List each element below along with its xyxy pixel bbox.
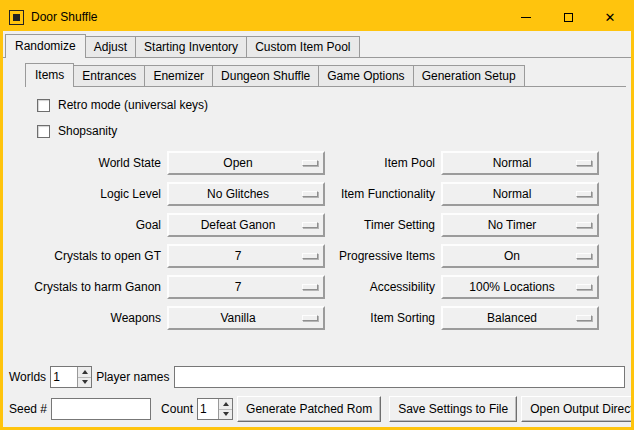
inner-tabstrip: Items Entrances Enemizer Dungeon Shuffle… <box>25 62 626 87</box>
accessibility-dropdown[interactable]: 100% Locations <box>441 275 599 299</box>
shopsanity-label: Shopsanity <box>58 124 117 138</box>
crystals-harm-ganon-dropdown[interactable]: 7 <box>167 275 325 299</box>
dropdown-indicator-icon <box>302 222 318 228</box>
maximize-button[interactable] <box>547 3 589 31</box>
logic-level-dropdown[interactable]: No Glitches <box>167 182 325 206</box>
app-icon <box>9 10 24 25</box>
dropdown-indicator-icon <box>576 315 592 321</box>
dropdown-indicator-icon <box>302 315 318 321</box>
form-row: Weapons Vanilla Item Sorting Balanced <box>11 306 631 330</box>
dropdown-value: Vanilla <box>220 311 271 325</box>
progressive-items-dropdown[interactable]: On <box>441 244 599 268</box>
dropdown-value: 7 <box>235 249 258 263</box>
weapons-dropdown[interactable]: Vanilla <box>167 306 325 330</box>
dropdown-indicator-icon <box>576 284 592 290</box>
seed-label: Seed # <box>9 402 47 416</box>
spinner-arrows <box>77 367 91 387</box>
dropdown-value: Normal <box>493 156 548 170</box>
minimize-button[interactable] <box>505 3 547 31</box>
generate-patched-rom-button[interactable]: Generate Patched Rom <box>237 396 381 422</box>
dropdown-indicator-icon <box>576 222 592 228</box>
dropdown-value: Balanced <box>487 311 553 325</box>
worlds-spinner[interactable] <box>50 366 92 388</box>
logic-level-label: Logic Level <box>11 187 161 201</box>
form-row: Goal Defeat Ganon Timer Setting No Timer <box>11 213 631 237</box>
form-row: Crystals to open GT 7 Progressive Items … <box>11 244 631 268</box>
weapons-label: Weapons <box>11 311 161 325</box>
timer-setting-dropdown[interactable]: No Timer <box>441 213 599 237</box>
dropdown-indicator-icon <box>302 253 318 259</box>
app-window: Door Shuffle ✕ Randomize Adjust Starting… <box>0 0 634 430</box>
tab-randomize[interactable]: Randomize <box>5 34 86 58</box>
titlebar: Door Shuffle ✕ <box>3 3 631 31</box>
progressive-items-label: Progressive Items <box>331 249 435 263</box>
dropdown-indicator-icon <box>302 191 318 197</box>
open-output-directory-button[interactable]: Open Output Directory <box>521 396 631 422</box>
tab-dungeon-shuffle[interactable]: Dungeon Shuffle <box>212 65 319 86</box>
item-pool-dropdown[interactable]: Normal <box>441 151 599 175</box>
worlds-label: Worlds <box>9 370 46 384</box>
player-names-input[interactable] <box>174 366 626 388</box>
tab-generation-setup[interactable]: Generation Setup <box>413 65 525 86</box>
tab-entrances[interactable]: Entrances <box>73 65 145 86</box>
spinner-arrows <box>218 399 232 419</box>
item-functionality-dropdown[interactable]: Normal <box>441 182 599 206</box>
dropdown-indicator-icon <box>302 160 318 166</box>
crystals-harm-ganon-label: Crystals to harm Ganon <box>11 280 161 294</box>
worlds-input[interactable] <box>51 367 77 387</box>
dropdown-value: No Timer <box>488 218 553 232</box>
retro-mode-checkbox[interactable] <box>37 99 50 112</box>
dropdown-value: 100% Locations <box>469 280 570 294</box>
count-spinner[interactable] <box>197 398 233 420</box>
tab-custom-item-pool[interactable]: Custom Item Pool <box>246 36 359 57</box>
timer-setting-label: Timer Setting <box>331 218 435 232</box>
shopsanity-checkbox[interactable] <box>37 125 50 138</box>
tab-starting-inventory[interactable]: Starting Inventory <box>135 36 247 57</box>
crystals-open-gt-label: Crystals to open GT <box>11 249 161 263</box>
options-form: World State Open Item Pool Normal Logic … <box>11 151 631 330</box>
world-state-dropdown[interactable]: Open <box>167 151 325 175</box>
close-button[interactable]: ✕ <box>589 3 631 31</box>
goal-dropdown[interactable]: Defeat Ganon <box>167 213 325 237</box>
item-sorting-label: Item Sorting <box>331 311 435 325</box>
bottom-controls: Worlds Player names Seed # Count <box>9 366 625 422</box>
world-state-label: World State <box>11 156 161 170</box>
minimize-icon <box>521 17 531 18</box>
dropdown-value: On <box>504 249 536 263</box>
item-pool-label: Item Pool <box>331 156 435 170</box>
spinner-up-icon[interactable] <box>78 367 91 377</box>
window-title: Door Shuffle <box>31 10 98 24</box>
retro-mode-label: Retro mode (universal keys) <box>58 98 208 112</box>
spinner-up-icon[interactable] <box>219 399 232 409</box>
tab-enemizer[interactable]: Enemizer <box>144 65 213 86</box>
seed-row: Seed # Count Generate Patched Rom Save S… <box>9 396 625 422</box>
spinner-down-icon[interactable] <box>219 409 232 420</box>
dropdown-indicator-icon <box>302 284 318 290</box>
dropdown-indicator-icon <box>576 253 592 259</box>
accessibility-label: Accessibility <box>331 280 435 294</box>
window-content: Randomize Adjust Starting Inventory Cust… <box>3 31 631 427</box>
dropdown-value: 7 <box>235 280 258 294</box>
form-row: Logic Level No Glitches Item Functionali… <box>11 182 631 206</box>
count-input[interactable] <box>198 399 218 419</box>
dropdown-indicator-icon <box>576 160 592 166</box>
seed-input[interactable] <box>51 398 151 420</box>
dropdown-value: Defeat Ganon <box>201 218 292 232</box>
caption-buttons: ✕ <box>505 3 631 31</box>
tab-items[interactable]: Items <box>25 63 74 87</box>
player-names-label: Player names <box>96 370 169 384</box>
dropdown-value: Normal <box>493 187 548 201</box>
dropdown-value: No Glitches <box>207 187 285 201</box>
crystals-open-gt-dropdown[interactable]: 7 <box>167 244 325 268</box>
save-settings-button[interactable]: Save Settings to File <box>389 396 517 422</box>
maximize-icon <box>564 13 573 22</box>
form-row: Crystals to harm Ganon 7 Accessibility 1… <box>11 275 631 299</box>
dropdown-indicator-icon <box>576 191 592 197</box>
dropdown-value: Open <box>223 156 268 170</box>
item-sorting-dropdown[interactable]: Balanced <box>441 306 599 330</box>
tab-adjust[interactable]: Adjust <box>85 36 136 57</box>
count-label: Count <box>161 402 193 416</box>
spinner-down-icon[interactable] <box>78 377 91 388</box>
form-row: World State Open Item Pool Normal <box>11 151 631 175</box>
tab-game-options[interactable]: Game Options <box>318 65 413 86</box>
